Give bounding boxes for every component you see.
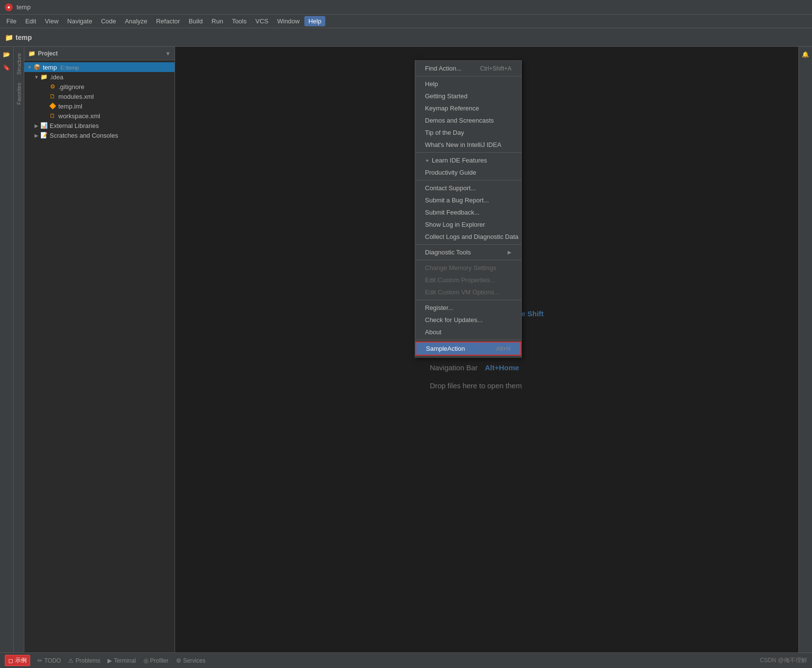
learn-icon: ✦	[425, 158, 429, 163]
expand-arrow-root: ▼	[26, 65, 33, 70]
menu-refactor[interactable]: Refactor	[152, 16, 184, 26]
folder-idea-icon: 📁	[40, 73, 48, 81]
menu-contact-support[interactable]: Contact Support...	[415, 182, 521, 194]
arrow-iml	[42, 104, 49, 109]
status-todo[interactable]: ✏ TODO	[37, 657, 61, 664]
submenu-arrow: ▶	[508, 250, 512, 255]
status-right-text: CSDN @俺不理解	[759, 656, 807, 665]
folder-icon: 📁	[28, 50, 35, 57]
menu-run[interactable]: Run	[208, 16, 227, 26]
todo-label: TODO	[44, 657, 61, 664]
menu-getting-started[interactable]: Getting Started	[415, 90, 521, 102]
menu-keymap-ref[interactable]: Keymap Reference	[415, 102, 521, 114]
menu-edit-custom-vm: Edit Custom VM Options...	[415, 286, 521, 298]
tree-item-idea[interactable]: ▼ 📁 .idea	[24, 72, 175, 82]
right-strip: 🔔	[798, 47, 812, 652]
tree-label-root: temp E:\temp	[43, 64, 79, 71]
notifications-icon[interactable]: 🔔	[800, 49, 811, 60]
left-strip: 📂 🔖	[0, 47, 14, 652]
status-terminal[interactable]: ▶ Terminal	[107, 657, 136, 664]
tree-label-modules: modules.xml	[58, 93, 94, 100]
file-workspace-icon: 🗋	[49, 112, 56, 120]
services-label: Services	[183, 657, 206, 664]
tab-structure[interactable]: Structure	[15, 49, 23, 79]
menu-submit-feedback[interactable]: Submit Feedback...	[415, 206, 521, 218]
tree-label-idea: .idea	[50, 73, 63, 81]
arrow-scratches: ▶	[33, 133, 40, 138]
menu-whats-new[interactable]: What's New in IntelliJ IDEA	[415, 139, 521, 151]
arrow-extlibs: ▶	[33, 123, 40, 128]
menu-demos[interactable]: Demos and Screencasts	[415, 114, 521, 126]
tree-item-extlibs[interactable]: ▶ 📊 External Libraries	[24, 121, 175, 130]
content-area: Search Everywhere Double Shift Go to Fil…	[175, 47, 798, 652]
status-profiler[interactable]: ◎ Profiler	[143, 657, 169, 664]
separator-4	[415, 244, 521, 245]
project-panel: 📁 Project ▼ ▼ 📦 temp E:\temp ▼ 📁 .idea	[24, 47, 175, 652]
scratches-icon: 📝	[40, 131, 48, 139]
menu-register[interactable]: Register...	[415, 302, 521, 314]
project-panel-header: 📁 Project ▼	[24, 47, 175, 60]
nav-bar-label: Navigation Bar	[430, 363, 477, 372]
project-toolbar: 📁 temp	[0, 28, 812, 47]
menu-submit-bug[interactable]: Submit a Bug Report...	[415, 194, 521, 206]
project-icon: 📁	[5, 34, 13, 41]
tree-item-modules[interactable]: 🗋 modules.xml	[24, 91, 175, 101]
menu-help[interactable]: Help	[304, 16, 325, 26]
window-title: temp	[17, 3, 31, 11]
status-problems[interactable]: ⚠ Problems	[68, 657, 100, 664]
menu-navigate[interactable]: Navigate	[63, 16, 96, 26]
panel-menu-icon[interactable]: ▼	[165, 51, 171, 56]
menu-edit[interactable]: Edit	[21, 16, 40, 26]
tree-item-gitignore[interactable]: ⚙ .gitignore	[24, 82, 175, 91]
nav-bar-shortcut: Alt+Home	[485, 363, 519, 372]
bookmark-strip-icon[interactable]: 🔖	[1, 62, 12, 73]
menu-view[interactable]: View	[41, 16, 62, 26]
tree-label-gitignore: .gitignore	[58, 83, 84, 90]
tree-label-scratches: Scratches and Consoles	[50, 132, 118, 139]
tree-item-scratches[interactable]: ▶ 📝 Scratches and Consoles	[24, 130, 175, 140]
project-root-icon: 📦	[33, 63, 41, 71]
separator-2	[415, 152, 521, 153]
menu-analyze[interactable]: Analyze	[121, 16, 151, 26]
menu-diagnostic-tools[interactable]: Diagnostic Tools ▶	[415, 246, 521, 258]
menu-vcs[interactable]: VCS	[251, 16, 272, 26]
file-modules-icon: 🗋	[49, 92, 56, 100]
project-strip-icon[interactable]: 📂	[1, 49, 12, 60]
separator-1	[415, 76, 521, 76]
status-highlighted-item[interactable]: ◻ 示例	[5, 655, 30, 666]
arrow-modules	[42, 94, 49, 99]
menu-about[interactable]: About	[415, 326, 521, 338]
menu-code[interactable]: Code	[97, 16, 120, 26]
problems-label: Problems	[75, 657, 100, 664]
menu-build[interactable]: Build	[185, 16, 207, 26]
menu-help-item[interactable]: Help	[415, 78, 521, 90]
status-services[interactable]: ⚙ Services	[176, 657, 206, 664]
separator-6	[415, 300, 521, 300]
menu-window[interactable]: Window	[273, 16, 303, 26]
profiler-icon: ◎	[143, 657, 148, 664]
tab-favorites[interactable]: Favorites	[15, 79, 23, 108]
menu-collect-logs[interactable]: Collect Logs and Diagnostic Data	[415, 231, 521, 243]
tree-label-workspace: workspace.xml	[58, 112, 100, 120]
tree-label-extlibs: External Libraries	[50, 122, 99, 129]
tree-item-workspace[interactable]: 🗋 workspace.xml	[24, 111, 175, 121]
project-panel-title: Project	[38, 50, 58, 57]
menu-edit-custom-props: Edit Custom Properties...	[415, 274, 521, 286]
menu-learn-ide[interactable]: ✦Learn IDE Features	[415, 154, 521, 166]
menu-file[interactable]: File	[2, 16, 20, 26]
terminal-icon: ▶	[107, 657, 112, 664]
menu-sample-action[interactable]: SampleAction Alt+H	[415, 342, 521, 356]
menu-find-action[interactable]: Find Action... Ctrl+Shift+A	[415, 62, 521, 74]
tree-item-root[interactable]: ▼ 📦 temp E:\temp	[24, 62, 175, 72]
left-tabs: Structure Favorites	[14, 47, 24, 652]
menu-show-log[interactable]: Show Log in Explorer	[415, 218, 521, 231]
menu-tools[interactable]: Tools	[228, 16, 250, 26]
menu-productivity[interactable]: Productivity Guide	[415, 166, 521, 179]
highlighted-icon: ◻	[8, 657, 13, 664]
tree-item-iml[interactable]: 🔶 temp.iml	[24, 101, 175, 111]
menu-tip-of-day[interactable]: Tip of the Day	[415, 126, 521, 139]
menu-check-updates[interactable]: Check for Updates...	[415, 314, 521, 326]
window-icon: ●	[5, 3, 13, 11]
welcome-row-navbar: Navigation Bar Alt+Home	[430, 363, 544, 372]
arrow-gitignore	[42, 84, 49, 90]
